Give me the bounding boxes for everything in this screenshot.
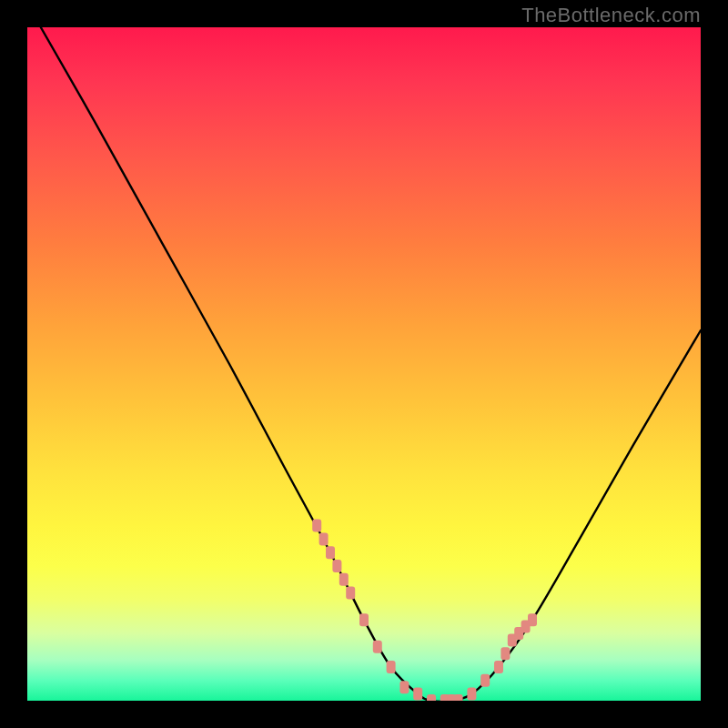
data-marker: [332, 560, 341, 572]
attribution-text: TheBottleneck.com: [521, 4, 701, 27]
data-marker: [413, 688, 422, 701]
data-marker: [427, 694, 436, 701]
data-marker: [500, 647, 510, 660]
data-marker: [480, 674, 490, 687]
data-marker: [339, 573, 349, 586]
curve-layer: [27, 27, 701, 701]
data-marker: [312, 520, 321, 532]
data-marker: [494, 661, 503, 673]
plot-area: [27, 27, 701, 701]
data-marker: [373, 641, 382, 653]
data-marker: [399, 681, 409, 693]
data-marker: [319, 532, 329, 545]
data-marker: [454, 694, 463, 701]
data-marker: [346, 587, 355, 600]
data-marker: [467, 688, 476, 701]
data-marker: [359, 613, 369, 626]
right-branch-markers: [480, 613, 537, 687]
bottleneck-curve: [41, 27, 701, 701]
chart-frame: TheBottleneck.com: [0, 0, 728, 728]
data-marker: [326, 546, 335, 559]
data-marker: [387, 661, 396, 673]
data-marker: [528, 613, 537, 626]
